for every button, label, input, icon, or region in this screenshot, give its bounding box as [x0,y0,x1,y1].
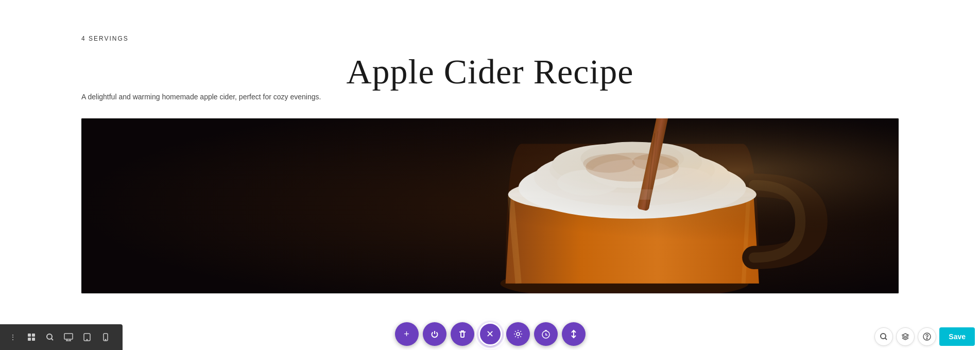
svg-point-32 [87,339,88,340]
svg-rect-24 [32,338,35,341]
close-button-wrapper: ✕ [478,322,502,346]
mobile-icon[interactable] [98,329,113,345]
floating-controls: + ✕ [395,322,586,346]
add-button[interactable]: + [395,322,419,346]
help-button[interactable] [918,327,936,346]
svg-rect-20 [81,118,899,293]
svg-point-43 [926,338,927,339]
svg-rect-23 [28,338,31,341]
recipe-title: Apple Cider Recipe [0,51,980,92]
svg-line-40 [885,338,887,340]
hero-image [81,118,899,293]
svg-point-35 [517,332,520,336]
settings-button[interactable] [506,322,530,346]
svg-line-26 [51,339,54,341]
svg-rect-22 [32,334,35,337]
svg-rect-27 [64,334,73,339]
bottom-toolbar: ⋮ [0,324,123,350]
layers-button[interactable] [896,327,915,346]
servings-label: 4 SERVINGS [81,35,129,42]
desktop-icon[interactable] [61,329,76,345]
delete-button[interactable] [451,322,474,346]
svg-rect-21 [28,334,31,337]
save-button[interactable]: Save [939,327,975,346]
svg-marker-41 [902,334,908,337]
grid-icon[interactable] [24,329,39,345]
svg-point-34 [105,339,106,340]
power-button[interactable] [423,322,446,346]
search-right-button[interactable] [874,327,893,346]
more-options-icon[interactable]: ⋮ [5,329,21,345]
close-button[interactable]: ✕ [478,322,502,346]
right-controls: Save [874,327,975,346]
clock-button[interactable] [534,322,558,346]
main-content: 4 SERVINGS Apple Cider Recipe A delightf… [0,0,980,350]
recipe-description: A delightful and warming homemade apple … [81,93,321,101]
sort-button[interactable] [562,322,586,346]
search-toolbar-icon[interactable] [42,329,58,345]
tablet-icon[interactable] [79,329,95,345]
